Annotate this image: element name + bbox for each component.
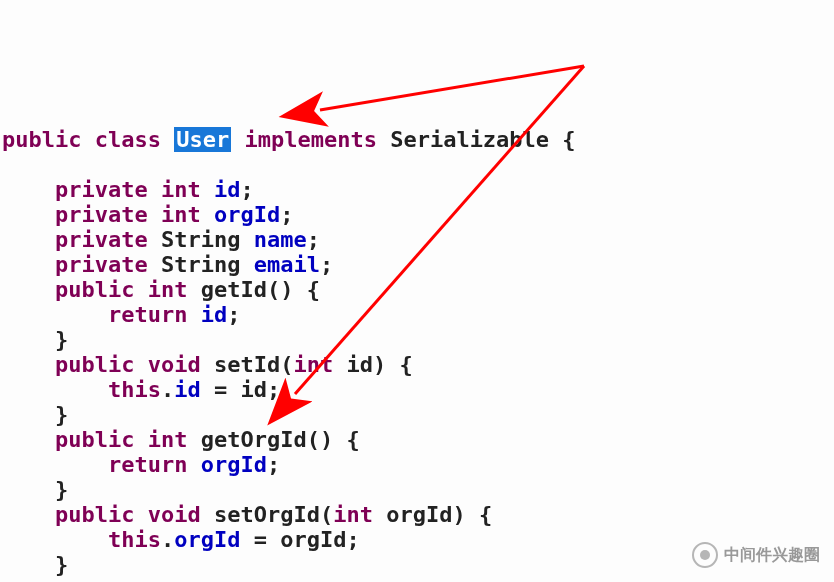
- dot: .: [161, 377, 174, 402]
- watermark: 中间件兴趣圈: [692, 542, 820, 568]
- kw-private: private: [55, 227, 148, 252]
- line-13: public int getOrgId() {: [2, 427, 360, 452]
- dot: .: [161, 527, 174, 552]
- line-7: public int getId() {: [2, 277, 320, 302]
- line-10: public void setId(int id) {: [2, 352, 413, 377]
- param-orgid: orgId: [280, 527, 346, 552]
- method-setid: setId: [214, 352, 280, 377]
- method-setorgid: setOrgId: [214, 502, 320, 527]
- kw-public: public: [2, 127, 81, 152]
- watermark-text: 中间件兴趣圈: [724, 545, 820, 566]
- line-11: this.id = id;: [2, 377, 280, 402]
- semi: ;: [320, 252, 333, 277]
- paren-open: (: [280, 352, 293, 377]
- kw-public: public: [55, 502, 134, 527]
- field-id: id: [174, 377, 201, 402]
- kw-return: return: [108, 452, 187, 477]
- kw-public: public: [55, 427, 134, 452]
- kw-int: int: [161, 177, 201, 202]
- semi: ;: [280, 202, 293, 227]
- type-string: String: [161, 227, 240, 252]
- brace-open: {: [386, 352, 413, 377]
- semi: ;: [240, 177, 253, 202]
- line-12: }: [2, 402, 68, 427]
- semi: ;: [227, 302, 240, 327]
- brace-open: {: [293, 277, 320, 302]
- kw-private: private: [55, 202, 148, 227]
- line-1: public class User implements Serializabl…: [2, 127, 576, 152]
- semi: ;: [267, 377, 280, 402]
- param-id: id: [346, 352, 373, 377]
- brace-close: }: [55, 477, 68, 502]
- kw-implements: implements: [244, 127, 376, 152]
- method-getorgid: getOrgId: [201, 427, 307, 452]
- brace-close: }: [55, 327, 68, 352]
- field-orgid: orgId: [201, 452, 267, 477]
- line-9: }: [2, 327, 68, 352]
- semi: ;: [267, 452, 280, 477]
- line-15: }: [2, 477, 68, 502]
- brace-open: {: [466, 502, 493, 527]
- field-name: name: [254, 227, 307, 252]
- line-6: private String email;: [2, 252, 333, 277]
- kw-this: this: [108, 377, 161, 402]
- field-id: id: [201, 302, 228, 327]
- param-orgid: orgId: [386, 502, 452, 527]
- type-serializable: Serializable: [390, 127, 549, 152]
- classname-user: User: [174, 127, 231, 152]
- paren-close: ): [452, 502, 465, 527]
- field-email: email: [254, 252, 320, 277]
- kw-public: public: [55, 352, 134, 377]
- line-5: private String name;: [2, 227, 320, 252]
- kw-int: int: [333, 502, 373, 527]
- eq: =: [240, 527, 280, 552]
- eq: =: [201, 377, 241, 402]
- brace-open: {: [333, 427, 360, 452]
- field-orgid: orgId: [174, 527, 240, 552]
- kw-int: int: [161, 202, 201, 227]
- kw-class: class: [95, 127, 161, 152]
- method-getid: getId: [201, 277, 267, 302]
- brace-close: }: [55, 552, 68, 577]
- kw-int: int: [293, 352, 333, 377]
- kw-return: return: [108, 302, 187, 327]
- kw-int: int: [148, 277, 188, 302]
- kw-private: private: [55, 252, 148, 277]
- line-8: return id;: [2, 302, 240, 327]
- parens: (): [267, 277, 294, 302]
- type-string: String: [161, 252, 240, 277]
- semi: ;: [346, 527, 359, 552]
- watermark-icon: [692, 542, 718, 568]
- line-14: return orgId;: [2, 452, 280, 477]
- line-17: this.orgId = orgId;: [2, 527, 360, 552]
- line-4: private int orgId;: [2, 202, 293, 227]
- kw-void: void: [148, 502, 201, 527]
- field-id: id: [214, 177, 241, 202]
- kw-private: private: [55, 177, 148, 202]
- field-orgid: orgId: [214, 202, 280, 227]
- parens: (): [307, 427, 334, 452]
- kw-public: public: [55, 277, 134, 302]
- line-16: public void setOrgId(int orgId) {: [2, 502, 492, 527]
- param-id: id: [240, 377, 267, 402]
- kw-void: void: [148, 352, 201, 377]
- paren-close: ): [373, 352, 386, 377]
- kw-this: this: [108, 527, 161, 552]
- line-18: }: [2, 552, 68, 577]
- semi: ;: [307, 227, 320, 252]
- code-block: public class User implements Serializabl…: [2, 102, 834, 577]
- kw-int: int: [148, 427, 188, 452]
- brace-close: }: [55, 402, 68, 427]
- paren-open: (: [320, 502, 333, 527]
- brace-open: {: [562, 127, 575, 152]
- line-3: private int id;: [2, 177, 254, 202]
